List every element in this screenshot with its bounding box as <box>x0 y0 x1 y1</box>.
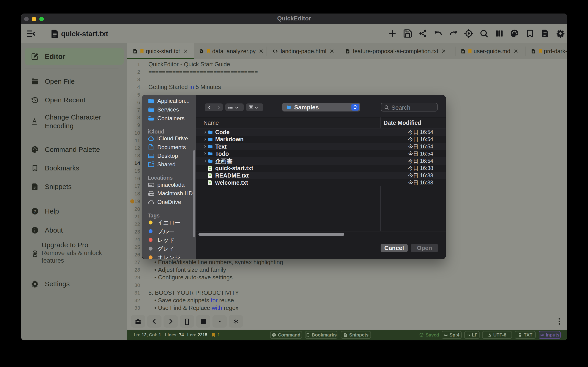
svg-text:?: ? <box>34 209 36 214</box>
